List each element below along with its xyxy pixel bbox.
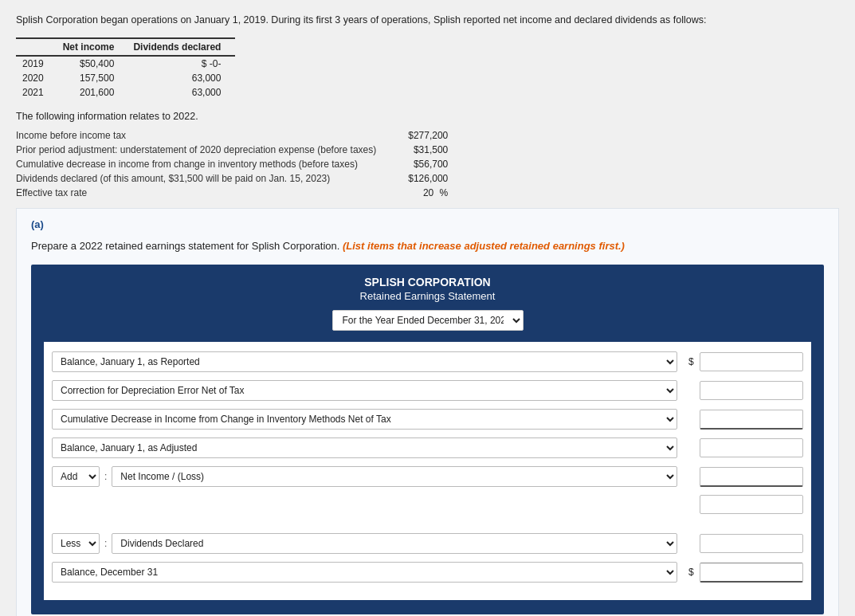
form-row-1: Balance, January 1, as Reported $ (52, 351, 803, 372)
row3-label-select[interactable]: Cumulative Decrease in Income from Chang… (52, 409, 677, 430)
form-row-2: Correction for Depreciation Error Net of… (52, 380, 803, 401)
table-row: 2019 $50,400 $ -0- (16, 56, 235, 71)
income-table: Net income Dividends declared 2019 $50,4… (16, 37, 235, 100)
year-select[interactable]: For the Year Ended December 31, 2022 For… (332, 310, 524, 331)
detail-value-4: 20 % (379, 186, 451, 200)
row5-label-select[interactable]: Net Income / (Loss) (112, 466, 677, 487)
detail-label-1: Prior period adjustment: understatement … (16, 143, 379, 157)
dollar-sign-8: $ (688, 567, 696, 578)
colon-sep-7: : (104, 538, 107, 549)
detail-value-1: $31,500 (379, 143, 451, 157)
dividends-2020: 63,000 (128, 71, 235, 85)
form-row-8: Balance, December 31 $ (52, 562, 803, 583)
row1-value-input[interactable] (700, 352, 803, 371)
col-year (16, 38, 58, 56)
row2-value-input[interactable] (700, 381, 803, 400)
form-row-7: Less Add : Dividends Declared $ (52, 533, 803, 554)
income-2021: 201,600 (58, 85, 129, 100)
statement-box: SPLISH CORPORATION Retained Earnings Sta… (31, 265, 824, 614)
statement-subtitle: Retained Earnings Statement (44, 290, 811, 302)
row8-value-input[interactable] (700, 563, 803, 583)
form-rows: Balance, January 1, as Reported $ Correc… (44, 342, 811, 600)
income-2020: 157,500 (58, 71, 129, 85)
detail-label-0: Income before income tax (16, 128, 379, 143)
row8-label-select[interactable]: Balance, December 31 (52, 562, 677, 583)
year-2019: 2019 (16, 56, 58, 71)
colon-sep-5: : (104, 471, 107, 482)
detail-value-3: $126,000 (379, 171, 451, 186)
row1-label-select[interactable]: Balance, January 1, as Reported (52, 351, 677, 372)
detail-row: Income before income tax $277,200 (16, 128, 451, 143)
table-row: 2020 157,500 63,000 (16, 71, 235, 85)
detail-label-3: Dividends declared (of this amount, $31,… (16, 171, 379, 186)
row2-label-select[interactable]: Correction for Depreciation Error Net of… (52, 380, 677, 401)
row4-value-input[interactable] (700, 438, 803, 457)
following-text: The following information relates to 202… (16, 111, 839, 122)
row7-add-less-select[interactable]: Less Add (52, 533, 100, 554)
row7-value-input[interactable] (700, 534, 803, 553)
prepare-text: Prepare a 2022 retained earnings stateme… (31, 238, 824, 254)
section-a-label: (a) (31, 218, 824, 230)
highlight-text: (List items that increase adjusted retai… (343, 240, 625, 252)
detail-value-2: $56,700 (379, 157, 451, 171)
row5-value-input[interactable] (700, 467, 803, 487)
income-2019: $50,400 (58, 56, 129, 71)
detail-row: Cumulative decrease in income from chang… (16, 157, 451, 171)
detail-value-0: $277,200 (379, 128, 451, 143)
form-row-3: Cumulative Decrease in Income from Chang… (52, 409, 803, 430)
dollar-sign-1: $ (688, 356, 696, 367)
form-row-4: Balance, January 1, as Adjusted $ (52, 437, 803, 458)
form-row-5: Add Less : Net Income / (Loss) $ (52, 466, 803, 487)
col-net-income: Net income (58, 38, 129, 56)
year-2020: 2020 (16, 71, 58, 85)
detail-table: Income before income tax $277,200 Prior … (16, 128, 451, 200)
detail-row: Prior period adjustment: understatement … (16, 143, 451, 157)
year-2021: 2021 (16, 85, 58, 100)
detail-row: Effective tax rate 20 % (16, 186, 451, 200)
statement-title: SPLISH CORPORATION (44, 276, 811, 288)
detail-label-2: Cumulative decrease in income from chang… (16, 157, 379, 171)
row5-add-less-select[interactable]: Add Less (52, 466, 100, 487)
dividends-2019: $ -0- (128, 56, 235, 71)
dividends-2021: 63,000 (128, 85, 235, 100)
row6-value-input[interactable] (700, 495, 803, 514)
form-row-6: $ (52, 495, 803, 514)
table-row: 2021 201,600 63,000 (16, 85, 235, 100)
detail-row: Dividends declared (of this amount, $31,… (16, 171, 451, 186)
section-a: (a) Prepare a 2022 retained earnings sta… (16, 208, 839, 616)
detail-label-4: Effective tax rate (16, 186, 379, 200)
intro-text: Splish Corporation began operations on J… (16, 13, 839, 28)
row7-label-select[interactable]: Dividends Declared (112, 533, 677, 554)
row4-label-select[interactable]: Balance, January 1, as Adjusted (52, 437, 677, 458)
row3-value-input[interactable] (700, 410, 803, 430)
col-dividends: Dividends declared (128, 38, 235, 56)
